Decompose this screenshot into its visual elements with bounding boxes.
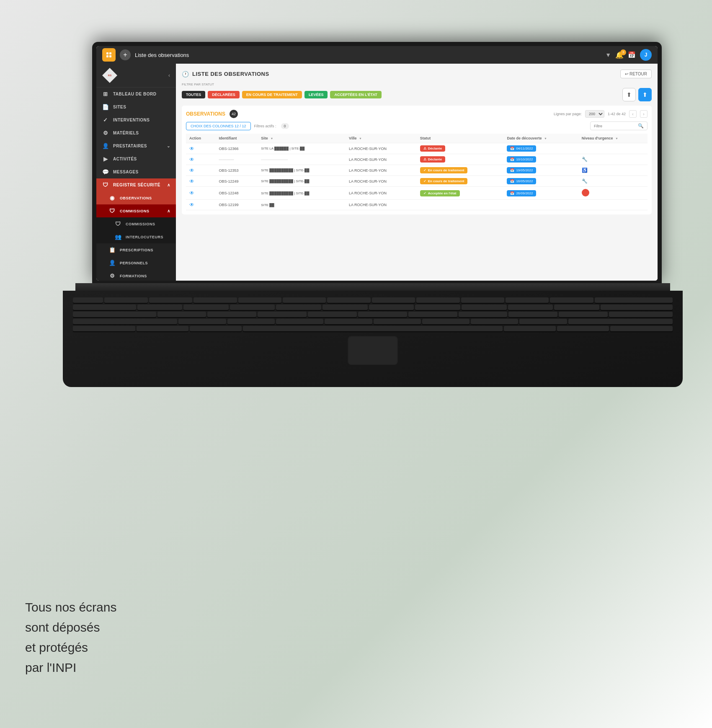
lignes-select[interactable]: 200 [585,110,604,118]
date-badge: 📅 26/09/2022 [507,190,536,196]
next-page-button[interactable]: › [640,110,648,118]
col-ville[interactable]: Ville ▼ [346,134,417,143]
action-eye-icon[interactable]: 👁 [189,168,194,173]
filter-declarees[interactable]: DÉCLARÉES [208,91,240,98]
sidebar-item-formations[interactable]: ⚙ FORMATIONS [96,269,176,281]
sidebar-label-interventions: INTERVENTIONS [113,118,150,122]
filter-bar: TOUTES DÉCLARÉES EN COURS DE TRAITEMENT … [182,88,652,101]
action-eye-icon[interactable]: 👁 [189,146,194,152]
sidebar-item-tableau-de-bord[interactable]: ⊞ TABLEAU DE BORD [96,88,176,101]
home-button[interactable] [102,48,116,62]
chevron-down-icon: ⌄ [167,144,170,148]
cell-site: SITE LA ██████ | SITE-██ [258,143,346,154]
filter-en-cours[interactable]: EN COURS DE TRAITEMENT [242,91,302,98]
filter-icon[interactable]: ▼ [605,52,611,58]
sort-site-icon: ▼ [270,137,273,140]
pagination-info: 1-42 de 42 [608,112,626,116]
sidebar-item-sites[interactable]: 📄 SITES [96,101,176,114]
action-eye-icon[interactable]: 👁 [189,157,194,163]
svg-rect-1 [109,52,111,54]
sidebar-item-commissions-list[interactable]: 🛡 COMMISSIONS [96,217,176,230]
interlocuteurs-icon: 👥 [115,234,121,240]
key-row-space [73,326,673,331]
key-row-4 [73,319,673,324]
sidebar-item-materiels[interactable]: ⚙ MATÉRIELS [96,126,176,139]
file-icon: 📄 [102,104,109,110]
action-eye-icon[interactable]: 👁 [189,202,194,208]
shield-icon: 🛡 [102,182,109,188]
svg-rect-0 [106,52,108,54]
wrench-icon: 🔧 [582,157,588,162]
status-badge: ✓ En cours de traitement [420,167,468,173]
status-badge: ⚠ Déclarée [420,145,445,152]
main-content: 🕐 LISTE DES OBSERVATIONS ↩ RETOUR FILTRE… [176,64,658,281]
svg-rect-3 [109,55,111,57]
bottom-line-1: Tous nos écrans [25,597,116,617]
col-date[interactable]: Date de découverte ▼ [503,134,578,143]
red-circle-icon [582,189,589,196]
chat-icon: 💬 [102,169,109,175]
laptop-keyboard-area [63,291,683,387]
cell-identifiant: OBS-12249 [215,176,258,187]
calendar-icon[interactable]: 📅 [628,51,636,59]
filter-levees[interactable]: LEVÉES [304,91,328,98]
table-row: 👁 ———— ———————— LA ROCHE-SUR-YON ⚠ Décla… [186,154,648,165]
retour-button[interactable]: ↩ RETOUR [620,70,652,78]
action-eye-icon[interactable]: 👁 [189,190,194,196]
sidebar-commissions-sub: 🛡 COMMISSIONS 👥 INTERLOCUTEURS [96,217,176,243]
sidebar-collapse-icon[interactable]: ‹ [168,72,170,78]
bottom-line-2: sont déposés [25,617,116,638]
filtres-actifs-label: Filtres actifs : [254,124,276,128]
bottom-line-3: et protégés [25,638,116,658]
user-avatar[interactable]: J [640,49,652,61]
sidebar-item-prestataires[interactable]: 👤 PRESTATAIRES ⌄ [96,139,176,152]
sidebar-item-commissions[interactable]: 🛡 COMMISSIONS ∧ [96,204,176,217]
date-badge: 📅 10/10/2022 [507,156,536,163]
add-button[interactable]: + [120,49,131,60]
sidebar-item-interventions[interactable]: ✓ INTERVENTIONS [96,114,176,126]
col-niveau[interactable]: Niveau d'urgence ▼ [578,134,648,143]
search-box: 🔍 [590,121,648,130]
laptop-hinge [75,283,670,291]
filter-acceptees[interactable]: ACCEPTÉES EN L'ÉTAT [330,91,381,98]
sidebar-item-personnels[interactable]: 👤 PERSONNELS [96,256,176,269]
sidebar-item-registre[interactable]: 🛡 REGISTRE SÉCURITÉ ∧ [96,178,176,191]
sidebar-label-prescriptions: PRESCRIPTIONS [120,248,153,252]
cell-site: SITE ██████████ | SITE-██ [258,187,346,200]
filter-toutes[interactable]: TOUTES [182,91,205,98]
cell-site: ———————— [258,154,346,165]
prev-page-button[interactable]: ‹ [629,110,637,118]
cell-ville: LA ROCHE-SUR-YON [346,143,417,154]
export-button[interactable]: ⬆ [622,88,636,101]
sidebar-item-activites[interactable]: ▶ ACTIVITÉS [96,152,176,165]
table-section: OBSERVATIONS 42 Lignes par page: 200 1-4… [182,106,652,214]
filtres-actifs-count: 0 [281,123,289,129]
action-eye-icon[interactable]: 👁 [189,178,194,184]
comm-list-icon: 🛡 [115,221,121,227]
check-icon: ✓ [102,117,109,123]
cell-ville: LA ROCHE-SUR-YON [346,200,417,210]
status-badge: ✓ En cours de traitement [420,178,468,184]
sidebar-label-tableau: TABLEAU DE BORD [113,92,156,96]
disability-icon: ♿ [582,168,588,173]
import-button[interactable]: ⬆ [638,88,652,101]
personnels-icon: 👤 [109,260,116,266]
date-badge: 📅 16/05/2022 [507,178,536,184]
col-site[interactable]: Site ▼ [258,134,346,143]
col-choice-button[interactable]: CHOIX DES COLONNES 12 / 12 [186,122,251,130]
sidebar-item-messages[interactable]: 💬 MESSAGES [96,165,176,178]
sidebar-item-interlocuteurs[interactable]: 👥 INTERLOCUTEURS [96,230,176,243]
sidebar-registre-sub: ◉ OBSERVATIONS 🛡 COMMISSIONS ∧ 🛡 COMMISS… [96,191,176,281]
table-row: 👁 OBS-12366 SITE LA ██████ | SITE-██ LA … [186,143,648,154]
lignes-label: Lignes par page: [554,112,582,116]
screen-inner: + Liste des observations ▼ 🔔 3 📅 J RS [96,46,658,281]
sidebar-label-messages: MESSAGES [113,170,139,174]
notification-icon[interactable]: 🔔 3 [615,51,624,59]
sidebar-label-sites: SITES [113,105,126,109]
sidebar-item-prescriptions[interactable]: 📋 PRESCRIPTIONS [96,243,176,256]
app-layout: RS ‹ ⊞ TABLEAU DE BORD 📄 SITES ✓ INTERVE… [96,64,658,281]
search-input[interactable] [594,124,636,128]
sidebar-item-observations[interactable]: ◉ OBSERVATIONS [96,191,176,204]
sort-date-icon: ▼ [544,137,547,140]
trackpad[interactable] [348,336,398,365]
